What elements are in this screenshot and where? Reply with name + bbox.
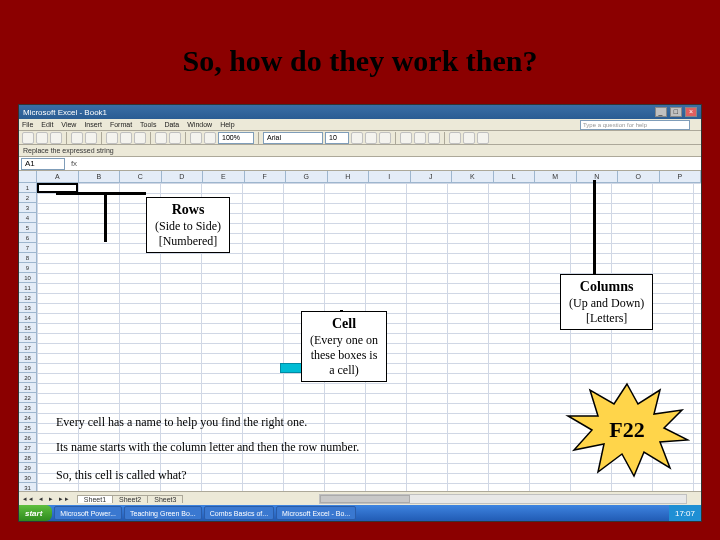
row-header[interactable]: 21: [19, 383, 36, 393]
italic-icon[interactable]: [365, 132, 377, 144]
name-box[interactable]: A1: [21, 158, 65, 170]
row-header[interactable]: 14: [19, 313, 36, 323]
col-header[interactable]: I: [369, 171, 411, 182]
menu-edit[interactable]: Edit: [41, 121, 53, 128]
undo-icon[interactable]: [155, 132, 167, 144]
menu-data[interactable]: Data: [164, 121, 179, 128]
row-header[interactable]: 9: [19, 263, 36, 273]
row-header[interactable]: 17: [19, 343, 36, 353]
sheet-tab[interactable]: Sheet3: [147, 495, 183, 503]
row-header[interactable]: 18: [19, 353, 36, 363]
fill-color-icon[interactable]: [463, 132, 475, 144]
menu-insert[interactable]: Insert: [84, 121, 102, 128]
row-header[interactable]: 5: [19, 223, 36, 233]
row-header[interactable]: 7: [19, 243, 36, 253]
row-header[interactable]: 19: [19, 363, 36, 373]
taskbar-item[interactable]: Teaching Green Bo...: [124, 506, 202, 520]
align-right-icon[interactable]: [428, 132, 440, 144]
font-color-icon[interactable]: [477, 132, 489, 144]
align-center-icon[interactable]: [414, 132, 426, 144]
col-header[interactable]: H: [328, 171, 370, 182]
maximize-icon[interactable]: □: [670, 107, 682, 117]
sheet-tab[interactable]: Sheet1: [77, 495, 113, 503]
row-header[interactable]: 25: [19, 423, 36, 433]
row-header[interactable]: 2: [19, 193, 36, 203]
col-header[interactable]: K: [452, 171, 494, 182]
row-header[interactable]: 11: [19, 283, 36, 293]
row-header[interactable]: 1: [19, 183, 36, 193]
autosum-icon[interactable]: [190, 132, 202, 144]
col-header[interactable]: F: [245, 171, 287, 182]
col-header[interactable]: M: [535, 171, 577, 182]
sheet-tab[interactable]: Sheet2: [112, 495, 148, 503]
row-header[interactable]: 24: [19, 413, 36, 423]
row-header[interactable]: 4: [19, 213, 36, 223]
borders-icon[interactable]: [449, 132, 461, 144]
row-header[interactable]: 8: [19, 253, 36, 263]
align-left-icon[interactable]: [400, 132, 412, 144]
paste-icon[interactable]: [134, 132, 146, 144]
tab-nav-icons[interactable]: ◂◂ ◂ ▸ ▸▸: [23, 495, 71, 503]
col-header[interactable]: G: [286, 171, 328, 182]
row-header[interactable]: 22: [19, 393, 36, 403]
col-header[interactable]: J: [411, 171, 453, 182]
row-header[interactable]: 16: [19, 333, 36, 343]
col-header[interactable]: N: [577, 171, 619, 182]
row-header[interactable]: 20: [19, 373, 36, 383]
select-all-corner[interactable]: [19, 171, 37, 183]
new-icon[interactable]: [22, 132, 34, 144]
row-header[interactable]: 29: [19, 463, 36, 473]
zoom-combo[interactable]: 100%: [218, 132, 254, 144]
col-header[interactable]: A: [37, 171, 79, 182]
col-header[interactable]: O: [618, 171, 660, 182]
row-header[interactable]: 10: [19, 273, 36, 283]
row-header[interactable]: 28: [19, 453, 36, 463]
fontsize-combo[interactable]: 10: [325, 132, 349, 144]
print-icon[interactable]: [71, 132, 83, 144]
horizontal-scrollbar[interactable]: [319, 494, 687, 504]
scroll-thumb[interactable]: [320, 495, 410, 503]
row-header[interactable]: 3: [19, 203, 36, 213]
close-icon[interactable]: ×: [685, 107, 697, 117]
menu-format[interactable]: Format: [110, 121, 132, 128]
answer-starburst: F22: [572, 390, 682, 470]
row-header[interactable]: 15: [19, 323, 36, 333]
col-header[interactable]: P: [660, 171, 702, 182]
taskbar-item[interactable]: Microsoft Excel - Bo...: [276, 506, 356, 520]
sort-icon[interactable]: [204, 132, 216, 144]
font-combo[interactable]: Arial: [263, 132, 323, 144]
minimize-icon[interactable]: _: [655, 107, 667, 117]
taskbar-item[interactable]: Microsoft Power...: [54, 506, 122, 520]
col-header[interactable]: C: [120, 171, 162, 182]
copy-icon[interactable]: [120, 132, 132, 144]
row-header[interactable]: 13: [19, 303, 36, 313]
menu-view[interactable]: View: [61, 121, 76, 128]
col-header[interactable]: B: [79, 171, 121, 182]
redo-icon[interactable]: [169, 132, 181, 144]
system-tray: 17:07: [669, 505, 701, 521]
row-header[interactable]: 31: [19, 483, 36, 491]
menu-tools[interactable]: Tools: [140, 121, 156, 128]
open-icon[interactable]: [36, 132, 48, 144]
row-header[interactable]: 26: [19, 433, 36, 443]
underline-icon[interactable]: [379, 132, 391, 144]
preview-icon[interactable]: [85, 132, 97, 144]
cut-icon[interactable]: [106, 132, 118, 144]
bold-icon[interactable]: [351, 132, 363, 144]
taskbar-item[interactable]: Combs Basics of...: [204, 506, 274, 520]
fx-icon[interactable]: fx: [67, 159, 81, 168]
row-header[interactable]: 23: [19, 403, 36, 413]
col-header[interactable]: L: [494, 171, 536, 182]
row-header[interactable]: 30: [19, 473, 36, 483]
start-button[interactable]: start: [19, 505, 52, 521]
menu-window[interactable]: Window: [187, 121, 212, 128]
save-icon[interactable]: [50, 132, 62, 144]
col-header[interactable]: D: [162, 171, 204, 182]
row-header[interactable]: 27: [19, 443, 36, 453]
row-header[interactable]: 12: [19, 293, 36, 303]
menu-help[interactable]: Help: [220, 121, 234, 128]
menu-file[interactable]: File: [22, 121, 33, 128]
ask-question-box[interactable]: Type a question for help: [580, 120, 690, 130]
col-header[interactable]: E: [203, 171, 245, 182]
row-header[interactable]: 6: [19, 233, 36, 243]
